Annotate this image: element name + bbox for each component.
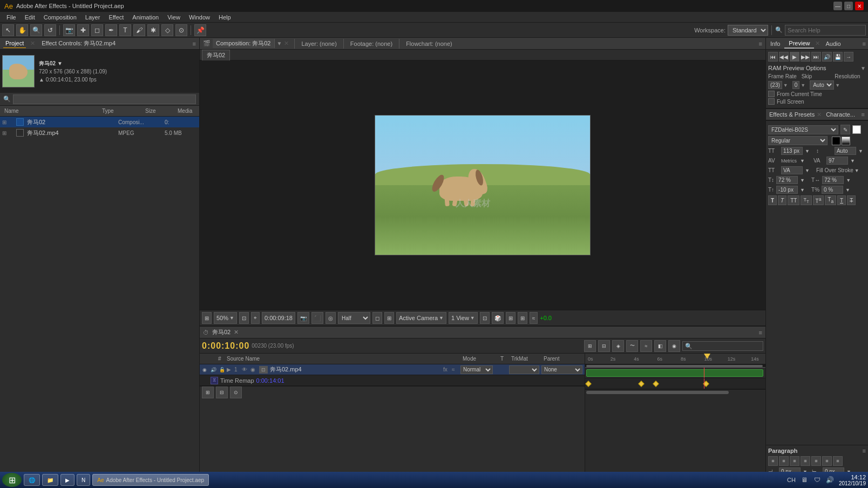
layer-switches-btn[interactable]: ⊞ [518,312,527,324]
font-style-select[interactable]: Regular [768,136,828,145]
comp-panel-icon[interactable]: 🎬 [203,40,211,47]
render-btn[interactable]: ⊡ [480,312,490,324]
layer-trkmat-select[interactable] [509,365,539,374]
font-edit-btn[interactable]: ✎ [840,125,850,134]
layer-controls-btn[interactable]: ⊞ [584,340,596,352]
unified-camera-tool[interactable]: 📷 [63,24,75,36]
file-item-mp4[interactable]: ⊞ 奔马02.mp4 MPEG 5.0 MB [0,127,199,138]
align-justify-all-btn[interactable]: ≡ [833,456,843,466]
hand-tool[interactable]: ✋ [16,24,28,36]
bold-btn[interactable]: T [768,195,777,205]
layer-switches-tl-btn[interactable]: ⊟ [216,387,228,398]
layer-type-icon[interactable]: ⊡ [259,366,268,374]
always-preview-btn[interactable]: ⊞ [202,312,212,324]
zoom-tool[interactable]: 🔍 [30,24,42,36]
solo-switches-btn[interactable]: ⊙ [230,387,242,398]
menu-edit[interactable]: Edit [21,13,39,22]
camera-btn[interactable]: 📷 [297,312,309,324]
maximize-button[interactable]: □ [844,2,853,10]
fit-comp-btn[interactable]: ⊡ [239,312,249,324]
layer-motion-blur-icon[interactable]: ≈ [452,367,460,372]
align-justify-last-center-btn[interactable]: ≡ [811,456,821,466]
search-help-input[interactable] [785,25,866,36]
tab-audio[interactable]: Audio [821,39,845,48]
layer-solo-btn[interactable]: ◉ [250,367,259,372]
taskbar-wps[interactable]: N [77,474,90,486]
file-item-comp[interactable]: ⊞ 奔马02 Composi... 0: [0,117,199,127]
color-correct-btn[interactable]: ⬛ [311,312,323,324]
prev-ram-btn[interactable]: → [844,52,853,62]
prev-play-btn[interactable]: ▶ [790,52,799,62]
allcaps-btn[interactable]: TT [788,195,799,205]
layer-lock-icon[interactable]: 🔓 [218,366,226,374]
close-button[interactable]: ✕ [855,2,864,10]
start-button[interactable]: ⊞ [2,473,22,487]
tab-info[interactable]: Info [766,39,784,48]
prev-next-frame-btn[interactable]: ▶▶ [801,52,810,62]
color-mgmt-btn[interactable]: ◎ [326,312,336,324]
selection-tool[interactable]: ↖ [2,24,14,36]
clone-stamp-tool[interactable]: ✱ [147,24,159,36]
time-remap-icon[interactable]: ⧖ [211,377,218,384]
mask-btn[interactable]: ◻ [372,312,382,324]
layer-mute-icon[interactable]: 🔊 [209,366,217,374]
smallcaps-btn[interactable]: TT [801,195,811,205]
tab-effect-controls[interactable]: Effect Controls: 奔马02.mp4 [39,38,118,49]
frame-blend-btn[interactable]: ◧ [654,340,666,352]
viewport-layout-btn[interactable]: ⊞ [506,312,516,324]
comp-tab-active[interactable]: Composition: 奔马02 [213,39,275,48]
taskbar-files[interactable]: 📁 [42,474,58,486]
align-center-btn[interactable]: ≡ [779,456,789,466]
resolution-select-preview[interactable]: Auto Full Half [810,80,834,90]
subscript-btn[interactable]: Ta [825,195,836,205]
right-panel-menu[interactable]: ≡ [860,40,868,47]
snap-btn[interactable]: ⌖ [251,312,260,324]
menu-effect[interactable]: Effect [104,13,128,22]
align-justify-last-right-btn[interactable]: ≡ [822,456,832,466]
timeline-search-input[interactable] [682,341,763,351]
grid-btn[interactable]: ⊞ [384,312,394,324]
underline-btn[interactable]: T [837,195,846,205]
strikethrough-btn[interactable]: T [847,195,856,205]
blend-modes-btn[interactable]: ◈ [612,340,624,352]
layer-parent-select[interactable]: None [541,365,582,374]
taskbar-media[interactable]: ▶ [60,474,74,486]
text-color-black[interactable] [832,137,840,145]
ram-preview-arrow[interactable]: ▼ [860,65,866,71]
workspace-select[interactable]: Standard [728,25,768,36]
tray-network-icon[interactable]: 🖥 [800,476,809,484]
character-tab[interactable]: Characte... [824,111,857,118]
menu-view[interactable]: View [163,13,185,22]
layer-vis-icon[interactable]: 👁 [242,367,250,372]
menu-file[interactable]: File [2,13,21,22]
motion-blur-tl-btn[interactable]: ≈ [640,340,652,352]
comp-tab-arrow[interactable]: ▼ [277,40,282,46]
effects-presets-menu[interactable]: ≡ [862,111,865,118]
project-search-input[interactable] [13,94,196,104]
minimize-button[interactable]: — [833,2,842,10]
motion-blur-btn[interactable]: ≈ [530,312,538,324]
puppet-tool[interactable]: 📌 [194,24,206,36]
menu-animation[interactable]: Animation [128,13,163,22]
prev-loop-btn[interactable]: 💾 [833,52,843,62]
timeline-menu[interactable]: ≡ [759,329,762,336]
anchor-point-tool[interactable]: ✚ [77,24,89,36]
brush-tool[interactable]: 🖌 [133,24,145,36]
prev-audio-btn[interactable]: 🔊 [822,52,832,62]
resolution-select[interactable]: Half Full Quarter [338,312,370,324]
taskbar-ae[interactable]: Ae Adobe After Effects - Untitled Projec… [92,474,209,486]
comp-tab-奔马02[interactable]: 奔马02 [202,50,230,60]
font-name-select[interactable]: FZDaHei-B02S [768,125,838,134]
from-current-time-checkbox[interactable] [768,91,775,97]
layer-row-1[interactable]: ◉ 🔊 🔓 ▶ 1 👁 ◉ ⊡ 奔马02.mp4 fx ≈ [200,364,585,375]
tray-volume-icon[interactable]: 🔊 [826,476,835,484]
align-left-btn[interactable]: ≡ [768,456,778,466]
panel-menu-comp[interactable]: ≡ [756,40,765,47]
tab-project[interactable]: Project [3,39,26,48]
full-screen-checkbox[interactable] [768,98,775,105]
effects-presets-close[interactable]: ✕ [815,111,824,118]
layer-fx-icon[interactable]: fx [443,367,452,372]
comp-tab-close[interactable]: ✕ [284,40,289,47]
text-tool[interactable]: T [119,24,131,36]
motion-paths-btn[interactable]: 〜 [626,340,638,352]
